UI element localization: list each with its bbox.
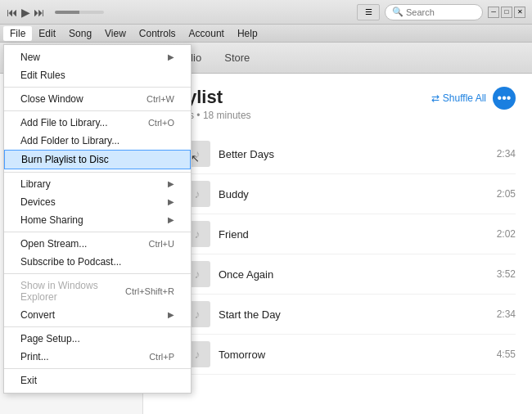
playlist-actions: ⇄ Shuffle All ••• [431,87,516,110]
library-arrow: ▶ [168,179,174,188]
song-name-4: Once Again [219,268,273,281]
print-shortcut: Ctrl+P [149,352,174,362]
search-input[interactable] [406,7,480,17]
menu-print[interactable]: Print... Ctrl+P [4,348,191,366]
close-button[interactable]: ✕ [514,7,525,18]
song-duration-6: 4:55 [497,349,516,360]
menu-library[interactable]: Library ▶ [4,175,191,193]
menu-page-setup[interactable]: Page Setup... [4,330,191,348]
search-icon: 🔍 [392,7,404,17]
minimize-button[interactable]: ─ [488,7,499,18]
menu-new[interactable]: New ▶ [4,48,191,66]
open-stream-shortcut: Ctrl+U [149,239,174,249]
menu-add-file[interactable]: Add File to Library... Ctrl+O [4,114,191,132]
shuffle-button[interactable]: ⇄ Shuffle All [431,92,486,104]
maximize-button[interactable]: □ [501,7,512,18]
song-name-5: Start the Day [219,308,281,321]
separator-1 [4,87,191,88]
menu-bar: File New ▶ Edit Rules Close Window Ctrl+… [0,25,532,43]
shuffle-label: Shuffle All [443,92,486,104]
cursor-icon: ↖ [191,152,200,164]
separator-7 [4,368,191,369]
song-duration-5: 2:34 [497,308,516,320]
add-file-shortcut: Ctrl+O [148,118,174,128]
file-dropdown: New ▶ Edit Rules Close Window Ctrl+W Add… [3,44,192,394]
menu-item-song[interactable]: Song [62,26,98,41]
title-bar: ⏮ ▶ ⏭ ☰ 🔍 ─ □ ✕ [0,0,532,25]
menu-item-account[interactable]: Account [183,26,231,41]
menu-item-help[interactable]: Help [231,26,264,41]
show-explorer-shortcut: Ctrl+Shift+R [125,286,174,296]
menu-item-edit[interactable]: Edit [32,26,62,41]
song-duration-3: 2:02 [497,228,516,240]
song-list: 1 ♪ Better Days 2:34 2 ♪ Buddy 2:05 3 ♪ [160,134,516,375]
menu-close-window[interactable]: Close Window Ctrl+W [4,90,191,108]
song-name-6: Tomorrow [219,349,265,361]
content-area: Playlist 6 songs • 18 minutes ⇄ Shuffle … [143,74,532,414]
separator-4 [4,232,191,232]
new-arrow: ▶ [168,52,174,61]
separator-6 [4,326,191,327]
playlist-header: Playlist 6 songs • 18 minutes ⇄ Shuffle … [160,87,516,121]
song-name-3: Friend [219,228,249,241]
title-bar-left: ⏮ ▶ ⏭ [7,6,104,19]
menu-home-sharing[interactable]: Home Sharing ▶ [4,211,191,229]
tab-store[interactable]: Store [214,48,259,67]
rewind-button[interactable]: ⏮ [7,6,18,19]
song-name-2: Buddy [219,188,249,200]
home-sharing-arrow: ▶ [168,215,174,224]
menu-item-controls[interactable]: Controls [133,26,183,41]
song-row-1[interactable]: 1 ♪ Better Days 2:34 [160,134,516,174]
title-bar-right: ☰ 🔍 ─ □ ✕ [357,4,525,20]
volume-slider[interactable] [55,11,104,14]
close-window-shortcut: Ctrl+W [147,94,174,104]
menu-subscribe-podcast[interactable]: Subscribe to Podcast... [4,253,191,271]
separator-3 [4,172,191,173]
menu-convert[interactable]: Convert ▶ [4,306,191,324]
song-duration-2: 2:05 [497,188,516,200]
menu-item-file[interactable]: File New ▶ Edit Rules Close Window Ctrl+… [3,26,32,41]
separator-2 [4,110,191,111]
menu-show-explorer: Show in Windows Explorer Ctrl+Shift+R [4,277,191,306]
view-toggle-button[interactable]: ☰ [357,4,380,20]
menu-burn-playlist[interactable]: Burn Playlist to Disc ↖ [4,150,191,169]
music-note-icon-6: ♪ [195,348,201,361]
menu-open-stream[interactable]: Open Stream... Ctrl+U [4,235,191,253]
music-note-icon-4: ♪ [195,268,201,281]
convert-arrow: ▶ [168,310,174,319]
song-row-6[interactable]: 6 ♪ Tomorrow 4:55 [160,335,516,375]
song-name-1: Better Days [219,148,274,160]
song-row-4[interactable]: 4 ♪ Once Again 3:52 [160,254,516,295]
music-note-icon-3: ♪ [195,227,201,241]
song-row-5[interactable]: 5 ♪ Start the Day 2:34 [160,295,516,335]
window-controls: ─ □ ✕ [488,7,525,18]
music-note-icon-5: ♪ [195,308,201,321]
play-button[interactable]: ▶ [21,6,30,19]
fastforward-button[interactable]: ⏭ [34,6,45,19]
song-duration-4: 3:52 [497,268,516,280]
menu-edit-rules[interactable]: Edit Rules [4,66,191,84]
song-duration-1: 2:34 [497,148,516,160]
menu-add-folder[interactable]: Add Folder to Library... [4,132,191,150]
menu-devices[interactable]: Devices ▶ [4,193,191,211]
more-options-button[interactable]: ••• [493,87,516,110]
separator-5 [4,273,191,274]
song-row-3[interactable]: 3 ♪ Friend 2:02 [160,214,516,254]
transport-controls: ⏮ ▶ ⏭ [7,6,45,19]
devices-arrow: ▶ [168,197,174,206]
menu-item-view[interactable]: View [98,26,133,41]
song-row-2[interactable]: 2 ♪ Buddy 2:05 [160,174,516,214]
menu-exit[interactable]: Exit [4,371,191,389]
shuffle-icon: ⇄ [431,92,440,104]
music-note-icon-2: ♪ [195,187,201,200]
search-box: 🔍 [385,4,483,20]
